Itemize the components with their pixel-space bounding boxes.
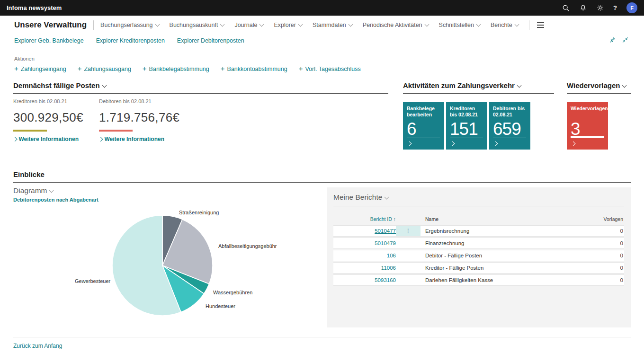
column-header-name[interactable]: Name bbox=[420, 216, 594, 222]
report-id-link[interactable]: 11006 bbox=[333, 265, 396, 271]
kpi-more-info-link[interactable]: Weitere Informationen bbox=[13, 136, 99, 142]
report-template-count: 0 bbox=[594, 265, 624, 271]
nav-item-buchungserfassung[interactable]: Buchungserfassung bbox=[100, 22, 159, 28]
cue-tile-value: 151 bbox=[450, 119, 478, 139]
subnav-link-explorer-kreditorenposten[interactable]: Explorer Kreditorenposten bbox=[96, 37, 165, 44]
section-rule bbox=[13, 93, 388, 94]
cue-tile-bankbelege-bearbeiten[interactable]: Bankbelege bearbeiten6 bbox=[403, 102, 444, 150]
report-name: Darlehen Fälligkeiten Kasse bbox=[420, 277, 594, 283]
report-id-link[interactable]: 5093160 bbox=[333, 277, 396, 283]
chevron-down-icon bbox=[348, 22, 353, 26]
pie-label-wassergeb-hren: Wassergebühren bbox=[213, 290, 252, 295]
subnav-link-explorer-geb-bankbelege[interactable]: Explorer Geb. Bankbelege bbox=[14, 37, 84, 44]
table-row[interactable]: 5010477⋮Ergebnisrechnung0 bbox=[333, 225, 624, 237]
action-label: Zahlungsausgang bbox=[84, 66, 131, 72]
action-label: Zahlungseingang bbox=[21, 66, 66, 72]
table-row[interactable]: 5010479Finanzrechnung0 bbox=[333, 238, 624, 249]
pin-icon[interactable] bbox=[609, 36, 616, 44]
report-template-count: 0 bbox=[594, 253, 624, 258]
my-reports-dropdown[interactable]: Meine Berichte bbox=[333, 193, 624, 202]
nav-divider bbox=[529, 20, 529, 30]
cue-tile-debitoren-bis-02-08-21[interactable]: Debitoren bis 02.08.21659 bbox=[489, 102, 530, 150]
topbar: Infoma newsystem ? F bbox=[0, 0, 644, 16]
action-vorl-tagesabschluss[interactable]: +Vorl. Tagesabschluss bbox=[299, 64, 361, 72]
action-zahlungsausgang[interactable]: +Zahlungsausgang bbox=[78, 64, 131, 72]
bell-icon[interactable] bbox=[579, 4, 587, 12]
report-id-link[interactable]: 106 bbox=[333, 253, 396, 258]
nav-item-stammdaten[interactable]: Stammdaten bbox=[313, 22, 352, 28]
table-body: 5010477⋮Ergebnisrechnung05010479Finanzre… bbox=[333, 225, 624, 286]
gear-icon[interactable] bbox=[596, 4, 604, 12]
payment-activities-dropdown[interactable]: Aktivitäten zum Zahlungsverkehr bbox=[403, 81, 554, 89]
back-to-top-link[interactable]: Zurück zum Anfang bbox=[13, 343, 62, 349]
actions-row: +Zahlungseingang+Zahlungsausgang+Bankbel… bbox=[14, 64, 372, 72]
report-template-count: 0 bbox=[594, 240, 624, 246]
app-title: Infoma newsystem bbox=[7, 4, 62, 11]
chevron-down-icon bbox=[155, 22, 160, 26]
row-context-menu-cell bbox=[396, 250, 420, 261]
kpi-value: 300.929,50€ bbox=[13, 110, 99, 125]
nav-home[interactable]: Unsere Verwaltung bbox=[14, 20, 87, 30]
table-row[interactable]: 11006Kreditor - Fällige Posten0 bbox=[333, 262, 624, 274]
main-nav: Unsere Verwaltung BuchungserfassungBuchu… bbox=[0, 16, 644, 34]
column-header-templates[interactable]: Vorlagen bbox=[594, 216, 624, 222]
chevron-right-icon bbox=[98, 137, 103, 141]
section-reminders: Wiedervorlagen Wiedervorlagen3 bbox=[567, 81, 631, 150]
section-rule bbox=[567, 93, 631, 94]
action-bankkontoabstimmung[interactable]: +Bankkontoabstimmung bbox=[221, 64, 287, 72]
insights-title: Einblicke bbox=[13, 170, 631, 178]
more-menu-icon[interactable] bbox=[537, 25, 544, 26]
reminder-tile-host: Wiedervorlagen3 bbox=[567, 102, 631, 150]
action-label: Bankbelegabstimmung bbox=[149, 66, 209, 72]
nav-item-explorer[interactable]: Explorer bbox=[274, 22, 302, 28]
nav-item-schnittstellen[interactable]: Schnittstellen bbox=[439, 22, 480, 28]
due-posts-dropdown[interactable]: Demnächst fällige Posten bbox=[13, 81, 388, 89]
nav-item-buchungsauskunft[interactable]: Buchungsauskunft bbox=[170, 22, 224, 28]
collapse-icon[interactable] bbox=[622, 36, 629, 44]
nav-divider bbox=[93, 20, 94, 30]
kpi-label: Debitoren bis 02.08.21 bbox=[99, 98, 185, 104]
action-bankbelegabstimmung[interactable]: +Bankbelegabstimmung bbox=[143, 64, 209, 72]
section-title: Aktivitäten zum Zahlungsverkehr bbox=[403, 81, 515, 89]
plus-icon: + bbox=[221, 64, 225, 72]
cue-tile-bar bbox=[407, 138, 440, 138]
diagram-subtitle[interactable]: Debitorenposten nach Abgabenart bbox=[13, 197, 98, 203]
chevron-right-icon bbox=[407, 141, 412, 146]
plus-icon: + bbox=[78, 64, 82, 72]
sub-nav: Explorer Geb. BankbelegeExplorer Kredito… bbox=[0, 34, 644, 47]
kpi-status-bar bbox=[13, 130, 47, 132]
help-icon[interactable]: ? bbox=[613, 4, 617, 11]
section-title: Demnächst fällige Posten bbox=[13, 81, 100, 89]
panel-title: Meine Berichte bbox=[333, 193, 382, 201]
nav-item-journale[interactable]: Journale bbox=[234, 22, 263, 28]
nav-item-berichte[interactable]: Berichte bbox=[491, 22, 519, 28]
chevron-down-icon bbox=[298, 22, 303, 26]
chevron-down-icon bbox=[476, 22, 481, 26]
kpi-value: 1.719.756,76€ bbox=[99, 110, 185, 125]
my-reports-panel: Meine Berichte Bericht ID ↑ Name Vorlage… bbox=[327, 187, 631, 327]
plus-icon: + bbox=[299, 64, 303, 72]
table-row[interactable]: 106Debitor - Fällige Posten0 bbox=[333, 250, 624, 261]
row-context-menu-cell bbox=[396, 275, 420, 285]
subnav-link-explorer-debitorenposten[interactable]: Explorer Debitorenposten bbox=[177, 37, 244, 44]
cue-tile-wiedervorlagen[interactable]: Wiedervorlagen3 bbox=[567, 102, 608, 150]
avatar[interactable]: F bbox=[626, 2, 637, 13]
section-title: Einblicke bbox=[13, 170, 45, 178]
cue-tile-kreditoren-bis-02-08-21[interactable]: Kreditoren bis 02.08.21151 bbox=[446, 102, 487, 150]
table-row[interactable]: 5093160Darlehen Fälligkeiten Kasse0 bbox=[333, 274, 624, 286]
table-header: Bericht ID ↑ Name Vorlagen bbox=[333, 214, 624, 224]
report-id-link[interactable]: 5010477 bbox=[333, 228, 396, 234]
chevron-down-icon bbox=[102, 83, 107, 88]
reminders-dropdown[interactable]: Wiedervorlagen bbox=[567, 81, 631, 89]
action-zahlungseingang[interactable]: +Zahlungseingang bbox=[14, 64, 66, 72]
row-context-menu-cell[interactable]: ⋮ bbox=[396, 226, 420, 236]
ellipsis-vertical-icon[interactable]: ⋮ bbox=[405, 228, 411, 234]
nav-item-periodische-aktivit-ten[interactable]: Periodische Aktivitäten bbox=[363, 22, 429, 28]
diagram-dropdown[interactable]: Diagramm bbox=[13, 186, 98, 195]
report-id-link[interactable]: 5010479 bbox=[333, 240, 396, 246]
kpi-more-info-link[interactable]: Weitere Informationen bbox=[99, 136, 185, 142]
chevron-down-icon bbox=[385, 195, 389, 200]
search-icon[interactable] bbox=[562, 4, 570, 12]
column-header-id[interactable]: Bericht ID ↑ bbox=[333, 216, 396, 222]
row-context-menu-cell bbox=[396, 263, 420, 273]
